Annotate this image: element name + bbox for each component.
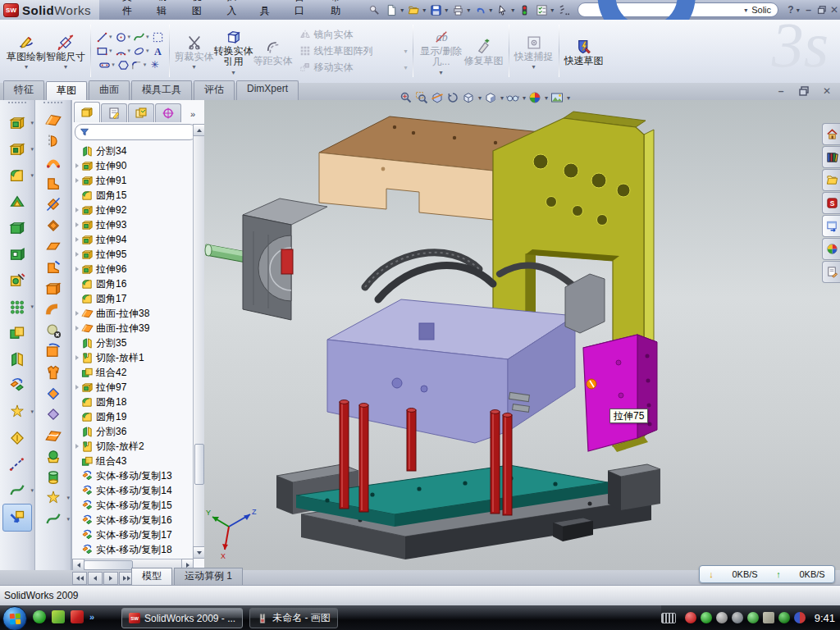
horizontal-scroll-thumb[interactable] [84, 560, 133, 570]
update-gray-tray-icon[interactable] [716, 612, 728, 623]
planar-surface-button[interactable] [35, 236, 71, 258]
open-caret-icon[interactable]: ▾ [422, 7, 426, 14]
mirror-entities-button[interactable]: 镜向实体 [299, 28, 408, 42]
display-delete-relations-button[interactable]: ab 显示/删除几... ▾ [418, 25, 464, 77]
tree-item-20[interactable]: 切除-放样2 [73, 439, 193, 454]
polygon-tool-icon[interactable] [117, 59, 130, 71]
ruled-surface-button[interactable] [35, 194, 71, 215]
rebuild-traffic-light-icon[interactable] [517, 2, 532, 17]
tree-item-23[interactable]: 实体-移动/复制14 [73, 483, 193, 498]
expand-arrow-icon[interactable] [73, 237, 81, 242]
sketch-star-button[interactable]: ▾ [0, 399, 34, 425]
print-caret-icon[interactable]: ▾ [467, 7, 470, 14]
view-orientation-icon[interactable] [462, 91, 475, 104]
extrude-cut-button[interactable]: ▾ [0, 136, 34, 162]
extrude-cut-caret-icon[interactable]: ▾ [30, 146, 34, 153]
spline-curve2-caret-icon[interactable]: ▾ [66, 516, 70, 523]
knit-surface-button[interactable] [35, 404, 71, 425]
pattern-button[interactable]: ▾ [0, 294, 34, 320]
search-input[interactable]: Solic [751, 5, 771, 15]
file-explorer-pane-tab[interactable] [822, 169, 840, 191]
cut-feature-button[interactable] [0, 241, 34, 267]
save-caret-icon[interactable]: ▾ [445, 7, 448, 14]
arc-caret-icon[interactable]: ▾ [128, 48, 131, 54]
select-arrow-icon[interactable] [495, 2, 510, 17]
delete-face-button[interactable] [35, 320, 71, 341]
expand-arrow-icon[interactable] [73, 163, 81, 168]
extend-surface-button[interactable] [35, 257, 71, 278]
doc-tab-1[interactable]: 运动算例 1 [174, 568, 243, 585]
doc-minimize-button[interactable]: – [773, 84, 789, 98]
base-plates[interactable] [276, 464, 660, 559]
line-tool-icon[interactable] [96, 31, 108, 43]
swept-surface-button[interactable] [35, 110, 71, 131]
cavity-insert[interactable] [205, 199, 327, 320]
extrude-boss-caret-icon[interactable]: ▾ [30, 120, 34, 126]
tree-filter-input[interactable] [75, 124, 197, 140]
search-box[interactable]: ▾ Solic [578, 2, 778, 17]
options-list-caret-icon[interactable]: ▾ [550, 7, 554, 14]
untrim-surface-button[interactable] [35, 383, 71, 404]
expand-arrow-icon[interactable] [73, 222, 81, 227]
select-arrow-caret-icon[interactable]: ▾ [511, 7, 514, 14]
zoom-fit-icon[interactable] [399, 91, 413, 104]
circle-caret-icon[interactable]: ▾ [128, 34, 131, 40]
point-tool-icon[interactable]: ✳ [148, 59, 161, 71]
selected-block-extrude75[interactable] [583, 335, 657, 451]
tree-item-13[interactable]: 分割35 [73, 336, 193, 350]
tree-item-12[interactable]: 曲面-拉伸39 [73, 321, 193, 336]
selected-tool-button[interactable] [2, 504, 32, 532]
boss-feature-button[interactable] [0, 215, 34, 241]
prev-tab-button[interactable] [88, 572, 103, 585]
feature-wizard-button[interactable] [0, 267, 34, 294]
view-orientation-caret-icon[interactable]: ▾ [478, 94, 482, 102]
scroll-left-button[interactable] [72, 559, 84, 571]
edit-appearance-icon[interactable] [528, 91, 541, 104]
trim-surface-button[interactable] [35, 362, 71, 383]
spline-curve-button[interactable]: ▾ [0, 477, 34, 504]
fillet-button[interactable]: ▾ [0, 162, 34, 189]
ime-icon[interactable] [556, 2, 572, 17]
taskbar-button-0[interactable]: SWSolidWorks 2009 - ... [121, 608, 243, 628]
quick-snaps-button[interactable]: 快速捕捉 ▾ [514, 31, 554, 71]
shield-green-tray-icon[interactable] [701, 612, 712, 623]
graphics-area[interactable]: Z Y X ▾▾▾▾▾ 拉伸75 S [204, 100, 840, 570]
solidworks-shortcut-quicklaunch-icon[interactable] [71, 610, 84, 623]
tree-item-10[interactable]: 圆角17 [73, 291, 193, 306]
convert-entities-button[interactable]: 转换实体引用 ▾ [214, 25, 253, 77]
zoom-area-icon[interactable] [415, 91, 428, 104]
move-copy-body-button[interactable] [0, 372, 34, 399]
quicklaunch-overflow-chevron[interactable]: » [89, 612, 94, 622]
offset-surface-button[interactable] [35, 215, 71, 236]
repair-sketch-button[interactable]: 修复草图 [464, 35, 504, 67]
tree-item-5[interactable]: 拉伸93 [73, 217, 193, 232]
custom-properties-pane-tab[interactable] [822, 261, 840, 283]
replace-face-button[interactable] [35, 341, 71, 363]
messenger-quicklaunch-icon[interactable] [33, 610, 46, 623]
tree-item-26[interactable]: 实体-移动/复制17 [73, 527, 193, 542]
scroll-up-button[interactable] [193, 124, 205, 136]
shell-button[interactable] [0, 189, 34, 215]
ellipse-caret-icon[interactable]: ▾ [146, 48, 149, 54]
tree-item-27[interactable]: 实体-移动/复制18 [73, 542, 193, 557]
sketch-star2-button[interactable]: ▾ [35, 488, 71, 509]
text-tool-icon[interactable]: A [152, 45, 164, 57]
circle-tool-icon[interactable] [115, 31, 127, 43]
scroll-down-button[interactable] [193, 546, 205, 559]
ribbon-tab-5[interactable]: DimXpert [236, 80, 299, 100]
tree-item-25[interactable]: 实体-移动/复制16 [73, 513, 193, 527]
spline-tool-icon[interactable] [133, 31, 145, 43]
expand-arrow-icon[interactable] [73, 311, 81, 316]
open-icon[interactable] [406, 2, 422, 17]
sfillet-caret-icon[interactable]: ▾ [144, 62, 147, 68]
doc-tab-0[interactable]: 模型 [131, 568, 172, 585]
expand-arrow-icon[interactable] [73, 178, 81, 183]
search-caret-icon[interactable]: ▾ [744, 7, 747, 14]
propertymanager-tab[interactable] [101, 103, 127, 122]
security-suite-quicklaunch-icon[interactable] [52, 610, 65, 623]
move-entities-button[interactable]: 移动实体 ▾ [299, 61, 408, 75]
expand-arrow-icon[interactable] [73, 444, 81, 449]
expand-arrow-icon[interactable] [73, 252, 81, 257]
tree-item-17[interactable]: 圆角18 [73, 395, 193, 409]
first-tab-button[interactable] [72, 572, 87, 585]
